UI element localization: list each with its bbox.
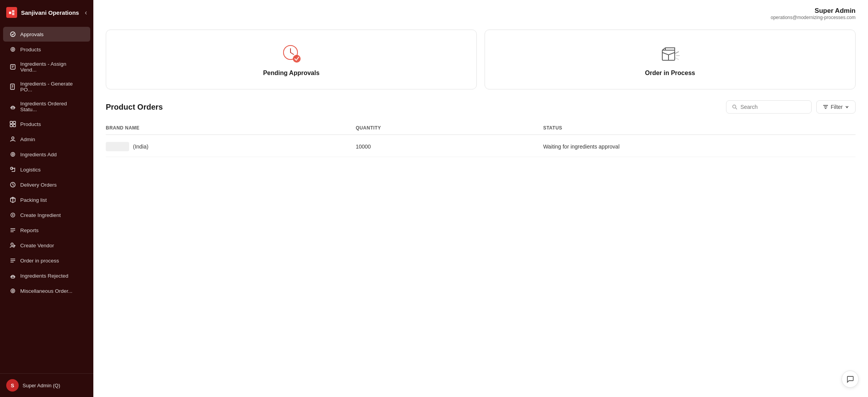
- user-info: Super Admin operations@modernizing-proce…: [771, 7, 856, 20]
- svg-point-18: [12, 137, 14, 139]
- sidebar: Sanjivani Operations ‹ Approvals Product…: [0, 0, 93, 397]
- order-in-process-card[interactable]: Order in Process: [485, 30, 856, 89]
- sidebar-item-label: Products: [20, 121, 41, 127]
- sidebar-item-ingredients-generate[interactable]: Ingredients - Generate PO...: [3, 77, 90, 96]
- sidebar-item-label: Create Ingredient: [20, 212, 61, 218]
- main-content: Super Admin operations@modernizing-proce…: [93, 0, 868, 397]
- svg-point-19: [11, 152, 15, 156]
- sidebar-item-miscellaneous[interactable]: Miscellaneous Order...: [3, 283, 90, 298]
- search-box[interactable]: [726, 100, 812, 114]
- top-bar: Super Admin operations@modernizing-proce…: [93, 0, 868, 23]
- sidebar-item-label: Ingredients - Generate PO...: [20, 81, 84, 93]
- packing-list-icon: [9, 196, 16, 203]
- sidebar-item-create-ingredient[interactable]: Create Ingredient: [3, 208, 90, 222]
- sidebar-item-ingredients-ordered[interactable]: Ingredients Ordered Statu...: [3, 97, 90, 116]
- sidebar-item-ingredients-add[interactable]: Ingredients Add: [3, 147, 90, 162]
- miscellaneous-icon: [9, 287, 16, 294]
- sidebar-header: Sanjivani Operations ‹: [0, 0, 93, 25]
- order-in-process-label: Order in Process: [645, 70, 695, 77]
- filter-button[interactable]: Filter: [816, 100, 856, 114]
- delivery-orders-icon: [9, 181, 16, 188]
- sidebar-item-label: Packing list: [20, 197, 47, 203]
- table-row: (India) 10000 Waiting for ingredients ap…: [106, 136, 856, 157]
- filter-icon: [823, 104, 828, 110]
- user-display: Super Admin (Q): [23, 383, 60, 388]
- admin-icon: [9, 136, 16, 143]
- svg-rect-16: [10, 124, 12, 127]
- sidebar-item-label: Ingredients - Assign Vend...: [20, 61, 84, 73]
- sidebar-item-products2[interactable]: Products: [3, 117, 90, 131]
- pending-approvals-card[interactable]: Pending Approvals: [106, 30, 477, 89]
- sidebar-item-label: Miscellaneous Order...: [20, 288, 72, 294]
- sidebar-item-approvals[interactable]: Approvals: [3, 27, 90, 42]
- sidebar-item-label: Reports: [20, 227, 38, 233]
- user-email: operations@modernizing-processes.com: [771, 15, 856, 20]
- sidebar-item-label: Ingredients Add: [20, 152, 57, 157]
- th-quantity: QUANTITY: [356, 125, 543, 131]
- create-vendor-icon: [9, 242, 16, 249]
- sidebar-item-label: Approvals: [20, 31, 44, 37]
- sidebar-item-create-vendor[interactable]: Create Vendor: [3, 238, 90, 253]
- app-name: Sanjivani Operations: [21, 9, 79, 16]
- ingredients-generate-icon: [9, 83, 16, 90]
- sidebar-item-packing-list[interactable]: Packing list: [3, 192, 90, 207]
- logistics-icon: [9, 166, 16, 173]
- svg-point-4: [11, 47, 15, 51]
- search-icon: [732, 104, 737, 110]
- svg-rect-0: [9, 12, 11, 14]
- svg-rect-17: [13, 124, 16, 127]
- svg-rect-1: [12, 10, 14, 12]
- pending-approvals-label: Pending Approvals: [263, 70, 319, 77]
- controls: Filter: [726, 100, 856, 114]
- svg-line-52: [676, 52, 679, 53]
- sidebar-item-logistics[interactable]: Logistics: [3, 162, 90, 177]
- svg-point-20: [12, 154, 14, 155]
- app-logo: [6, 7, 17, 18]
- svg-line-57: [735, 108, 737, 110]
- section-header: Product Orders Filter: [106, 100, 856, 114]
- sidebar-item-products1[interactable]: Products: [3, 42, 90, 57]
- avatar: S: [6, 379, 19, 392]
- collapse-icon[interactable]: ‹: [85, 9, 87, 17]
- td-brand-name: (India): [106, 142, 356, 151]
- sidebar-item-label: Logistics: [20, 167, 41, 173]
- ingredients-ordered-icon: [9, 103, 16, 110]
- sidebar-item-label: Ingredients Ordered Statu...: [20, 101, 84, 112]
- sidebar-item-reports[interactable]: Reports: [3, 223, 90, 238]
- cards-row: Pending Approvals: [106, 30, 856, 89]
- ingredients-add-icon: [9, 151, 16, 158]
- reports-icon: [9, 227, 16, 234]
- sidebar-item-label: Products: [20, 47, 41, 52]
- sidebar-item-admin[interactable]: Admin: [3, 132, 90, 147]
- sidebar-item-order-in-process[interactable]: Order in process: [3, 253, 90, 268]
- product-orders-table: BRAND NAME QUANTITY STATUS (India) 10000…: [106, 121, 856, 157]
- td-quantity: 10000: [356, 143, 543, 150]
- order-in-process-icon: [659, 42, 681, 64]
- products2-icon: [9, 121, 16, 128]
- order-in-process-icon: [9, 257, 16, 264]
- brand-name-text: (India): [133, 143, 149, 150]
- sidebar-item-label: Ingredients Rejected: [20, 273, 68, 279]
- pending-approvals-icon: [280, 42, 302, 64]
- svg-point-44: [12, 290, 14, 292]
- approvals-icon: [9, 31, 16, 38]
- svg-rect-15: [13, 121, 16, 124]
- search-input[interactable]: [740, 104, 803, 110]
- user-name: Super Admin: [771, 7, 856, 15]
- td-status: Waiting for ingredients approval: [543, 143, 856, 150]
- sidebar-item-delivery-orders[interactable]: Delivery Orders: [3, 177, 90, 192]
- svg-point-5: [12, 49, 14, 50]
- svg-rect-42: [11, 276, 14, 278]
- sidebar-item-ingredients-assign[interactable]: Ingredients - Assign Vend...: [3, 57, 90, 77]
- filter-label: Filter: [831, 104, 843, 110]
- chat-bubble[interactable]: [842, 371, 859, 388]
- ingredients-rejected-icon: [9, 272, 16, 279]
- svg-rect-6: [10, 65, 15, 69]
- sidebar-item-ingredients-rejected[interactable]: Ingredients Rejected: [3, 268, 90, 283]
- chat-icon: [846, 375, 854, 383]
- th-status: STATUS: [543, 125, 856, 131]
- ingredients-assign-icon: [9, 63, 16, 70]
- content-area: Pending Approvals: [93, 23, 868, 170]
- svg-line-54: [676, 58, 679, 59]
- sidebar-item-label: Order in process: [20, 258, 59, 264]
